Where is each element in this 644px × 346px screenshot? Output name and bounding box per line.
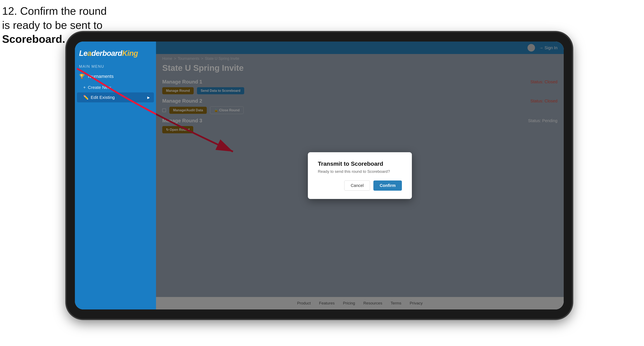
sidebar-item-tournaments[interactable]: 🏆 Tournaments xyxy=(75,70,156,82)
sidebar: LeaderboardKing MAIN MENU 🏆 Tournaments … xyxy=(75,41,156,310)
modal-buttons: Cancel Confirm xyxy=(318,180,402,191)
annotation-line3: Scoreboard. xyxy=(2,33,65,45)
trophy-icon: 🏆 xyxy=(79,74,85,79)
app-layout: LeaderboardKing MAIN MENU 🏆 Tournaments … xyxy=(75,41,564,310)
main-menu-label: MAIN MENU xyxy=(75,62,156,70)
plus-icon: + xyxy=(83,85,86,90)
main-content: → Sign In Home > Tournaments > State U S… xyxy=(156,41,564,310)
cursor-indicator: ▶ xyxy=(147,96,150,99)
edit-existing-label: Edit Existing xyxy=(91,95,115,100)
sidebar-item-edit-existing[interactable]: ✏️ Edit Existing ▶ xyxy=(77,92,154,102)
transmit-modal: Transmit to Scoreboard Ready to send thi… xyxy=(308,152,412,199)
confirm-button[interactable]: Confirm xyxy=(374,180,402,191)
modal-title: Transmit to Scoreboard xyxy=(318,161,402,167)
create-new-label: Create New xyxy=(88,85,111,90)
modal-overlay: Transmit to Scoreboard Ready to send thi… xyxy=(156,41,564,310)
annotation-line2: is ready to be sent to xyxy=(2,19,102,31)
tablet-screen: LeaderboardKing MAIN MENU 🏆 Tournaments … xyxy=(75,41,564,310)
tablet-device: LeaderboardKing MAIN MENU 🏆 Tournaments … xyxy=(66,32,572,319)
annotation-line1: 12. Confirm the round xyxy=(2,5,107,17)
logo: LeaderboardKing xyxy=(79,49,152,58)
cancel-button[interactable]: Cancel xyxy=(344,180,370,191)
logo-area: LeaderboardKing xyxy=(75,46,156,62)
tournaments-label: Tournaments xyxy=(87,74,114,79)
edit-icon: ✏️ xyxy=(83,95,88,100)
modal-subtitle: Ready to send this round to Scoreboard? xyxy=(318,169,402,174)
sidebar-item-create-new[interactable]: + Create New xyxy=(75,82,156,92)
